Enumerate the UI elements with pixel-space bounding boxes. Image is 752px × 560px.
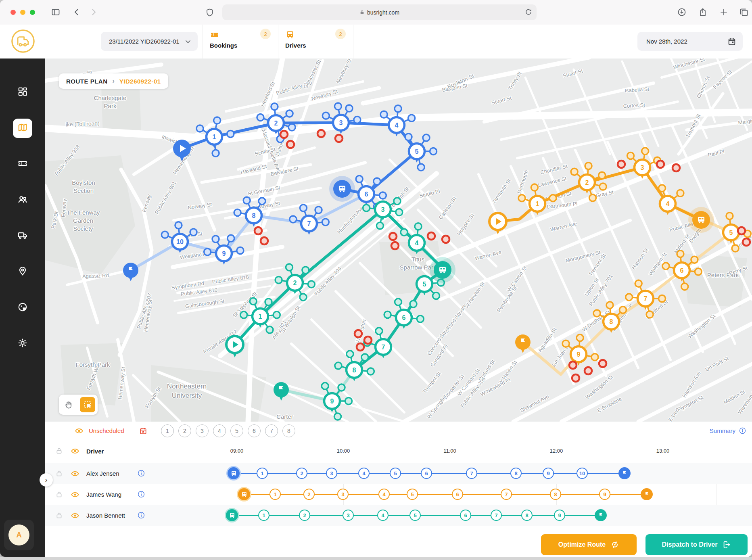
- timeline-stop-1[interactable]: 1: [269, 489, 281, 500]
- booking-node[interactable]: [286, 110, 293, 117]
- timeline-stop-9[interactable]: 9: [543, 468, 554, 479]
- booking-node[interactable]: [384, 311, 391, 318]
- booking-node[interactable]: [227, 130, 234, 137]
- booking-node[interactable]: [265, 299, 272, 305]
- timeline-stop-7[interactable]: 7: [466, 468, 477, 479]
- booking-node[interactable]: [593, 310, 600, 317]
- eye-icon[interactable]: [75, 426, 84, 435]
- booking-node[interactable]: [273, 311, 280, 318]
- unscheduled-booking-dot[interactable]: [335, 135, 343, 142]
- map-canvas[interactable]: Beacon Stike (Toll road)CharlesgateParkI…: [45, 59, 752, 422]
- booking-node[interactable]: [726, 213, 733, 219]
- calendar-x-icon[interactable]: [139, 427, 147, 435]
- unscheduled-stop-5[interactable]: 5: [230, 424, 243, 437]
- booking-node[interactable]: [518, 194, 525, 201]
- eye-icon[interactable]: [71, 469, 79, 478]
- booking-node[interactable]: [376, 222, 383, 229]
- route-end-flag-marker[interactable]: [123, 263, 138, 278]
- back-icon[interactable]: [72, 7, 81, 17]
- shield-icon[interactable]: [205, 8, 215, 17]
- sidebar-toggle-icon[interactable]: [51, 7, 61, 17]
- sidebar-item-users[interactable]: [13, 190, 32, 210]
- booking-node[interactable]: [589, 194, 596, 201]
- unscheduled-booking-dot[interactable]: [572, 374, 579, 382]
- unscheduled-booking-dot[interactable]: [355, 330, 362, 337]
- timeline-bus-marker[interactable]: [226, 509, 238, 521]
- unscheduled-booking-dot[interactable]: [318, 130, 325, 137]
- lock-icon[interactable]: [55, 447, 63, 455]
- download-icon[interactable]: [677, 7, 687, 17]
- sidebar-item-dashboard[interactable]: [13, 83, 32, 102]
- booking-node[interactable]: [635, 280, 642, 287]
- booking-node[interactable]: [415, 223, 422, 230]
- timeline-stop-9[interactable]: 9: [554, 510, 565, 521]
- booking-node[interactable]: [243, 197, 250, 204]
- booking-node[interactable]: [659, 295, 666, 302]
- unscheduled-stop-7[interactable]: 7: [265, 424, 278, 437]
- booking-node[interactable]: [585, 163, 592, 169]
- booking-node[interactable]: [334, 103, 341, 110]
- breadcrumb-section[interactable]: ROUTE PLAN: [66, 78, 108, 85]
- booking-node[interactable]: [432, 292, 439, 299]
- unscheduled-booking-dot[interactable]: [364, 336, 372, 344]
- booking-node[interactable]: [408, 115, 415, 121]
- timeline-stop-8[interactable]: 8: [550, 489, 561, 500]
- booking-node[interactable]: [619, 307, 626, 313]
- unscheduled-booking-dot[interactable]: [657, 161, 664, 168]
- booking-node[interactable]: [376, 328, 382, 334]
- booking-node[interactable]: [606, 302, 613, 309]
- route-end-flag-marker[interactable]: [515, 334, 531, 350]
- user-menu[interactable]: A: [4, 520, 34, 550]
- unscheduled-booking-dot[interactable]: [442, 236, 449, 243]
- booking-node[interactable]: [677, 190, 684, 196]
- unscheduled-booking-dot[interactable]: [569, 361, 577, 369]
- booking-node[interactable]: [237, 247, 244, 254]
- booking-node[interactable]: [627, 153, 634, 159]
- booking-node[interactable]: [658, 185, 665, 192]
- booking-node[interactable]: [646, 311, 653, 318]
- tab-drivers[interactable]: Drivers 2: [278, 25, 353, 59]
- timeline-stop-1[interactable]: 1: [258, 510, 269, 521]
- unscheduled-booking-dot[interactable]: [280, 131, 288, 138]
- optimize-route-button[interactable]: Optimize Route: [541, 534, 637, 555]
- booking-node[interactable]: [401, 229, 407, 236]
- booking-node[interactable]: [212, 236, 219, 242]
- booking-node[interactable]: [308, 281, 315, 288]
- unscheduled-booking-dot[interactable]: [357, 343, 364, 351]
- booking-node[interactable]: [322, 382, 328, 389]
- booking-node[interactable]: [214, 117, 221, 124]
- booking-node[interactable]: [363, 205, 370, 211]
- booking-node[interactable]: [418, 164, 424, 171]
- booking-node[interactable]: [228, 235, 234, 242]
- timeline-stop-2[interactable]: 2: [303, 489, 315, 500]
- booking-node[interactable]: [338, 384, 345, 391]
- lock-icon[interactable]: [55, 491, 63, 498]
- unscheduled-booking-dot[interactable]: [743, 238, 750, 246]
- booking-node[interactable]: [430, 148, 437, 155]
- booking-node[interactable]: [345, 398, 352, 405]
- date-picker[interactable]: Nov 28th, 2022: [637, 32, 743, 51]
- address-bar[interactable]: busright.com: [222, 4, 537, 20]
- booking-node[interactable]: [322, 219, 329, 226]
- booking-node[interactable]: [626, 294, 633, 301]
- sidebar-item-settings[interactable]: [13, 334, 32, 353]
- unscheduled-booking-dot[interactable]: [255, 227, 262, 234]
- minimize-window-button[interactable]: [20, 10, 25, 15]
- booking-node[interactable]: [259, 198, 265, 205]
- booking-node[interactable]: [271, 103, 278, 110]
- eye-icon[interactable]: [71, 511, 79, 520]
- booking-node[interactable]: [300, 205, 307, 211]
- booking-node[interactable]: [600, 183, 606, 190]
- marquee-select-tool-button[interactable]: [80, 397, 95, 412]
- booking-node[interactable]: [423, 134, 430, 141]
- busright-logo[interactable]: [10, 29, 36, 54]
- timeline-stop-6[interactable]: 6: [460, 510, 471, 521]
- timeline-flag-marker[interactable]: [618, 467, 631, 479]
- booking-node[interactable]: [334, 413, 341, 420]
- eye-icon[interactable]: [71, 490, 79, 499]
- tab-bookings[interactable]: Bookings 2: [203, 25, 278, 59]
- booking-node[interactable]: [662, 263, 669, 270]
- booking-node[interactable]: [571, 168, 578, 175]
- booking-node[interactable]: [681, 283, 688, 290]
- booking-node[interactable]: [380, 111, 387, 118]
